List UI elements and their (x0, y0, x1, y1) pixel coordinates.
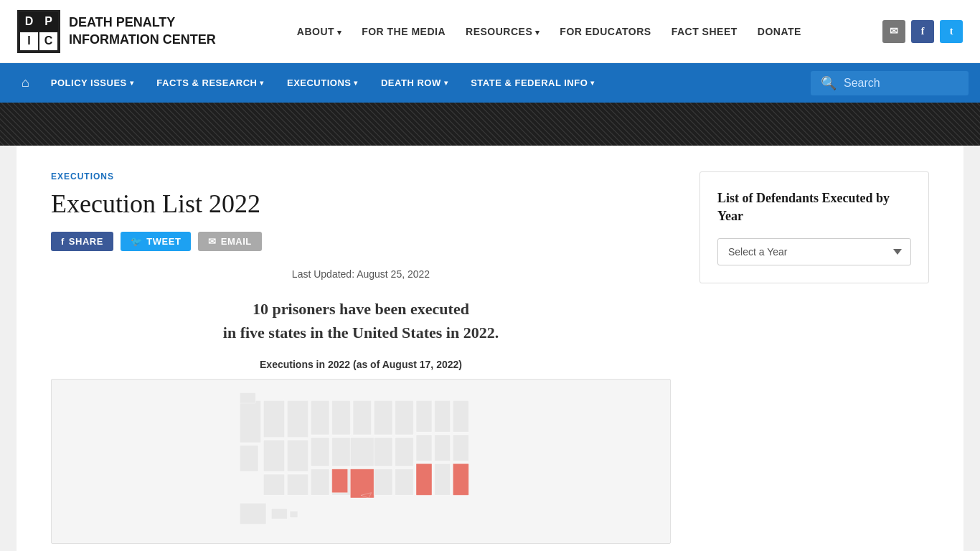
nav-resources[interactable]: RESOURCES (466, 26, 540, 37)
us-map-svg (52, 380, 670, 537)
svg-rect-2 (240, 446, 258, 472)
svg-rect-33 (332, 469, 348, 493)
svg-rect-30 (416, 463, 432, 495)
chart-title: Executions in 2022 (as of August 17, 202… (51, 359, 671, 370)
logo-text: DEATH PENALTY INFORMATION CENTER (69, 14, 216, 48)
svg-rect-10 (332, 400, 351, 435)
svg-rect-21 (395, 438, 414, 466)
home-icon[interactable]: ⌂ (11, 75, 39, 90)
nav-death-row[interactable]: DEATH ROW ▾ (369, 65, 459, 101)
logo-cell-c: C (39, 32, 58, 51)
nav-facts-research[interactable]: FACTS & RESEARCH ▾ (145, 65, 275, 101)
policy-issues-arrow: ▾ (130, 79, 134, 87)
main-content: EXECUTIONS Execution List 2022 f SHARE 🐦… (17, 146, 963, 551)
sidebar-card-title: List of Defendants Executed by Year (717, 189, 911, 225)
share-twitter-button[interactable]: 🐦 TWEET (121, 232, 192, 251)
nav-for-educators[interactable]: FOR EDUCATORS (560, 26, 651, 37)
svg-rect-13 (311, 469, 329, 496)
nav-for-media[interactable]: FOR THE MEDIA (362, 26, 446, 37)
death-row-arrow: ▾ (444, 79, 448, 87)
main-stat-text: 10 prisoners have been executed in five … (51, 297, 671, 344)
logo-cell-p: P (39, 12, 58, 32)
nav-executions[interactable]: EXECUTIONS ▾ (275, 65, 369, 101)
hero-background (0, 103, 980, 146)
svg-rect-8 (287, 474, 308, 495)
social-twitter-button[interactable]: t (940, 20, 963, 43)
state-federal-arrow: ▾ (590, 79, 595, 87)
svg-rect-12 (332, 438, 351, 466)
share-bar: f SHARE 🐦 TWEET ✉ EMAIL (51, 232, 671, 251)
svg-rect-4 (287, 400, 308, 437)
svg-rect-17 (353, 400, 372, 435)
svg-rect-19 (395, 400, 414, 435)
sidebar-card: List of Defendants Executed by Year Sele… (699, 171, 929, 283)
svg-rect-7 (263, 474, 284, 495)
svg-rect-26 (453, 400, 468, 432)
social-email-button[interactable]: ✉ (882, 20, 905, 43)
svg-rect-3 (263, 400, 284, 437)
email-share-icon: ✉ (208, 236, 217, 247)
svg-rect-23 (395, 469, 414, 496)
executions-arrow: ▾ (354, 79, 358, 87)
svg-rect-36 (290, 511, 298, 517)
nav-fact-sheet[interactable]: FACT SHEET (672, 26, 738, 37)
page-title: Execution List 2022 (51, 189, 671, 219)
logo-cell-d: D (19, 12, 39, 32)
svg-rect-0 (240, 400, 260, 443)
svg-rect-29 (453, 435, 468, 461)
svg-rect-32 (453, 463, 468, 495)
nav-state-federal[interactable]: STATE & FEDERAL INFO ▾ (459, 65, 606, 101)
svg-rect-28 (435, 435, 451, 461)
svg-rect-18 (374, 400, 392, 435)
content-area: EXECUTIONS Execution List 2022 f SHARE 🐦… (51, 171, 671, 544)
search-icon: 🔍 (821, 75, 837, 91)
logo-box: D P I C (17, 10, 60, 53)
breadcrumb: EXECUTIONS (51, 171, 671, 182)
us-map-chart (51, 379, 671, 544)
share-email-button[interactable]: ✉ EMAIL (198, 232, 261, 251)
nav-donate[interactable]: DONATE (758, 26, 801, 37)
svg-rect-1 (240, 392, 255, 403)
svg-rect-11 (311, 438, 329, 466)
svg-rect-5 (263, 440, 284, 471)
svg-rect-34 (240, 503, 266, 524)
site-logo[interactable]: D P I C DEATH PENALTY INFORMATION CENTER (17, 10, 216, 53)
share-facebook-button[interactable]: f SHARE (51, 232, 113, 251)
top-nav: ABOUT FOR THE MEDIA RESOURCES FOR EDUCAT… (297, 26, 801, 37)
top-header: D P I C DEATH PENALTY INFORMATION CENTER… (0, 0, 980, 63)
search-input[interactable] (844, 77, 951, 90)
social-facebook-button[interactable]: f (911, 20, 934, 43)
logo-cell-i: I (19, 32, 39, 51)
blue-nav-bar: ⌂ POLICY ISSUES ▾ FACTS & RESEARCH ▾ EXE… (0, 63, 980, 103)
svg-rect-16 (350, 438, 374, 466)
nav-about[interactable]: ABOUT (297, 26, 341, 37)
last-updated-text: Last Updated: August 25, 2022 (51, 268, 671, 280)
twitter-icon: 🐦 (131, 236, 143, 247)
svg-rect-6 (287, 440, 308, 471)
facts-arrow: ▾ (260, 79, 264, 87)
svg-rect-31 (435, 463, 451, 495)
svg-rect-35 (271, 509, 287, 519)
facebook-icon: f (61, 236, 65, 247)
year-select[interactable]: Select a Year 2022 2021 2020 2019 2018 2… (717, 238, 911, 265)
nav-policy-issues[interactable]: POLICY ISSUES ▾ (39, 65, 145, 101)
blue-nav-items: POLICY ISSUES ▾ FACTS & RESEARCH ▾ EXECU… (39, 65, 811, 101)
svg-rect-27 (416, 435, 432, 461)
svg-rect-22 (374, 469, 392, 496)
svg-rect-9 (311, 400, 329, 435)
svg-rect-25 (435, 400, 451, 432)
search-area: 🔍 (811, 71, 969, 95)
svg-rect-24 (416, 400, 432, 432)
sidebar: List of Defendants Executed by Year Sele… (699, 171, 929, 283)
social-icons: ✉ f t (882, 20, 963, 43)
svg-rect-20 (374, 438, 392, 466)
